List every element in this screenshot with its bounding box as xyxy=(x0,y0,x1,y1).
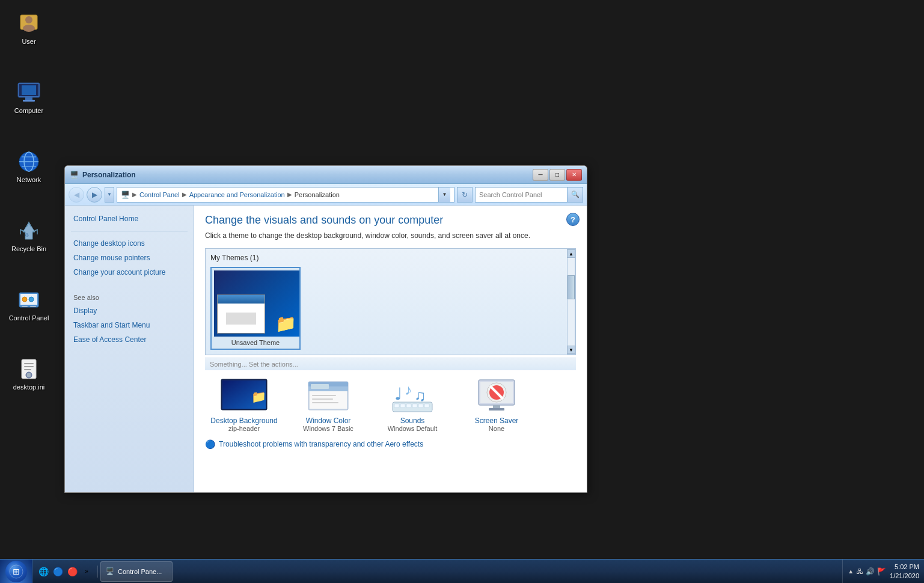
svg-rect-20 xyxy=(22,306,28,307)
sidebar-item-mouse-pointers[interactable]: Change mouse pointers xyxy=(65,251,194,265)
theme-preview-window-body-inner xyxy=(226,313,256,325)
desktop-icon-network[interactable]: Network xyxy=(5,147,53,186)
clock-time: 5:02 PM xyxy=(890,563,919,571)
themes-scroll: 📁 Unsaved Theme xyxy=(210,267,562,350)
tray-arrow-icon[interactable]: ▲ xyxy=(848,568,854,575)
desktop-icon-recycle[interactable]: ♻ Recycle Bin xyxy=(5,216,53,255)
scroll-down-arrow[interactable]: ▼ xyxy=(567,346,575,354)
taskbar-chrome-icon[interactable]: 🔴 xyxy=(66,566,78,578)
svg-rect-48 xyxy=(418,404,423,407)
troubleshoot-icon: 🔵 xyxy=(205,439,215,449)
svg-rect-35 xyxy=(311,384,329,389)
svg-rect-36 xyxy=(310,391,347,409)
nav-bar: ◀ ▶ ▼ 🖥️ ▶ Control Panel ▶ Appearance an… xyxy=(65,184,587,206)
start-orb: ⊞ xyxy=(5,561,27,582)
taskbar-more-icon[interactable]: » xyxy=(81,566,93,578)
svg-rect-3 xyxy=(18,14,40,29)
taskbar-ie-icon[interactable]: 🌐 xyxy=(37,566,49,578)
window-titlebar: 🖥️ Personalization ─ □ ✕ xyxy=(65,166,587,184)
theme-item-unsaved[interactable]: 📁 Unsaved Theme xyxy=(210,267,301,350)
tray-icons: ▲ 🖧 🔊 🚩 xyxy=(848,567,886,576)
sidebar-item-desktop-icons[interactable]: Change desktop icons xyxy=(65,236,194,251)
custom-label-sounds: Sounds xyxy=(400,417,425,425)
search-button[interactable]: 🔍 xyxy=(567,187,583,203)
sidebar-link-taskbar[interactable]: Taskbar and Start Menu xyxy=(65,318,194,332)
troubleshoot-link[interactable]: 🔵 Troubleshoot problems with transparenc… xyxy=(205,439,576,449)
desktop-icon-desktopini[interactable]: desktop.ini xyxy=(5,355,53,393)
sidebar-item-home[interactable]: Control Panel Home xyxy=(65,212,194,226)
address-crumb-controlpanel[interactable]: Control Panel xyxy=(139,191,180,198)
svg-rect-8 xyxy=(23,100,35,102)
custom-sublabel-sounds: Windows Default xyxy=(388,425,438,432)
taskbar-area: 🖥️ Control Pane... xyxy=(98,560,842,583)
computer-icon-label: Computer xyxy=(14,107,43,114)
sidebar-item-account-picture[interactable]: Change your account picture xyxy=(65,265,194,279)
custom-item-desktop-bg[interactable]: 📁 Desktop Background zip-header xyxy=(205,375,283,432)
taskbar-firefox-icon[interactable]: 🔵 xyxy=(52,566,64,578)
window-color-icon xyxy=(304,375,352,414)
desktop-icon-controlpanel[interactable]: Control Panel xyxy=(5,285,53,324)
user-icon-label: User xyxy=(22,38,35,45)
scroll-up-arrow[interactable]: ▲ xyxy=(567,249,575,258)
svg-rect-45 xyxy=(400,404,405,407)
help-button[interactable]: ? xyxy=(566,213,580,226)
custom-item-window-color[interactable]: Window Color Windows 7 Basic xyxy=(289,375,367,432)
address-dropdown-btn[interactable]: ▼ xyxy=(438,188,450,202)
address-crumb-personalization[interactable]: Personalization xyxy=(295,191,340,198)
maximize-button[interactable]: □ xyxy=(549,169,565,181)
taskbar-window-btn[interactable]: 🖥️ Control Pane... xyxy=(100,561,173,582)
back-button[interactable]: ◀ xyxy=(69,187,84,203)
taskbar-window-label: Control Pane... xyxy=(118,568,162,575)
theme-preview-window-body xyxy=(218,304,265,333)
sidebar-link-display[interactable]: Display xyxy=(65,304,194,318)
refresh-button[interactable]: ↻ xyxy=(457,187,473,203)
desktop-bg-icon: 📁 xyxy=(220,375,268,414)
tray-network-icon[interactable]: 🖧 xyxy=(856,567,863,576)
theme-preview: 📁 xyxy=(214,270,299,337)
themes-scrollbar: ▲ ▼ xyxy=(567,249,575,355)
address-sep1: ▶ xyxy=(132,191,137,198)
svg-rect-56 xyxy=(489,408,504,411)
titlebar-left: 🖥️ Personalization xyxy=(70,171,136,179)
svg-text:⊞: ⊞ xyxy=(13,567,20,576)
tray-flag-icon[interactable]: 🚩 xyxy=(877,567,886,576)
theme-name-unsaved: Unsaved Theme xyxy=(214,339,297,346)
recycle-icon: ♻ xyxy=(17,219,41,243)
minimize-button[interactable]: ─ xyxy=(533,169,548,181)
close-button[interactable]: ✕ xyxy=(566,169,582,181)
desktopini-icon xyxy=(17,357,41,381)
sidebar-divider1 xyxy=(71,231,188,231)
titlebar-controls: ─ □ ✕ xyxy=(533,169,582,181)
svg-point-18 xyxy=(22,297,27,302)
tray-volume-icon[interactable]: 🔊 xyxy=(866,567,875,576)
forward-button[interactable]: ▶ xyxy=(87,187,102,203)
taskbar-window-icon: 🖥️ xyxy=(106,567,114,575)
svg-rect-44 xyxy=(394,404,399,407)
svg-rect-21 xyxy=(30,306,36,307)
desktop-icon-computer[interactable]: Computer xyxy=(5,78,53,117)
sidebar-link-ease-of-access[interactable]: Ease of Access Center xyxy=(65,332,194,347)
network-icon-label: Network xyxy=(17,176,41,183)
svg-point-19 xyxy=(29,297,34,302)
desktop-icon-user[interactable]: User xyxy=(5,9,53,47)
user-icon xyxy=(17,11,41,35)
window-title: Personalization xyxy=(82,171,136,179)
themes-label: My Themes (1) xyxy=(210,254,562,262)
start-button[interactable]: ⊞ xyxy=(0,560,32,584)
custom-item-screen-saver[interactable]: Screen Saver None xyxy=(457,375,536,432)
svg-rect-23 xyxy=(24,363,34,364)
address-crumb-appearance[interactable]: Appearance and Personalization xyxy=(189,191,285,198)
scroll-thumb[interactable] xyxy=(568,275,575,299)
theme-preview-window xyxy=(217,295,265,334)
search-input[interactable] xyxy=(476,188,567,202)
scroll-track xyxy=(568,258,575,346)
svg-rect-6 xyxy=(22,85,36,95)
system-clock[interactable]: 5:02 PM 1/21/2020 xyxy=(890,563,919,580)
custom-label-desktop-bg: Desktop Background xyxy=(210,417,277,425)
custom-label-window-color: Window Color xyxy=(306,417,351,425)
custom-sublabel-window-color: Windows 7 Basic xyxy=(303,425,353,432)
custom-item-sounds[interactable]: ♩ ♪ ♫ xyxy=(373,375,451,432)
nav-dropdown[interactable]: ▼ xyxy=(105,187,114,203)
system-tray: ▲ 🖧 🔊 🚩 5:02 PM 1/21/2020 xyxy=(842,560,924,583)
network-icon xyxy=(17,150,41,174)
